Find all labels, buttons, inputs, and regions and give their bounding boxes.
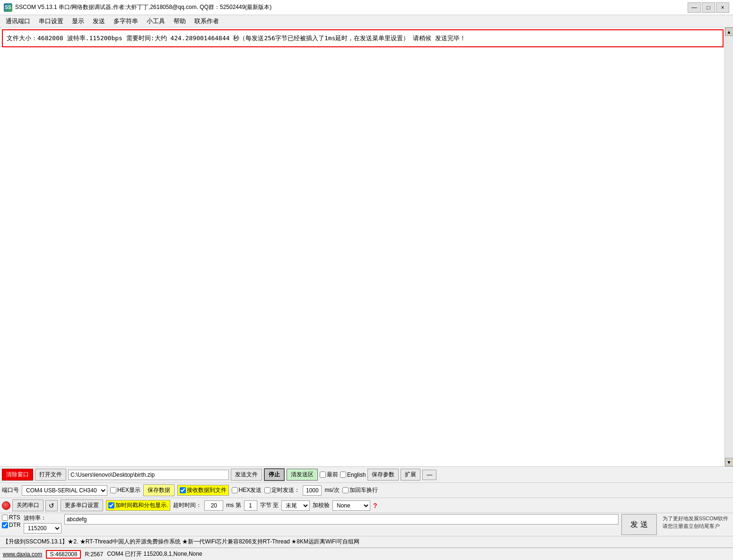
send-input-group xyxy=(64,514,619,525)
output-area: 文件大小：4682008 波特率.115200bps 需要时间:大约 424.2… xyxy=(0,27,733,466)
close-button[interactable]: × xyxy=(716,2,729,13)
scroll-up-button[interactable]: ▲ xyxy=(725,27,733,36)
more-settings-button[interactable]: 更多串口设置 xyxy=(61,499,103,511)
always-on-top-check[interactable] xyxy=(320,472,326,478)
promo-section: 为了更好地发展SSCOM软件 请您注册嘉立创结尾客户 xyxy=(660,514,731,531)
vertical-scrollbar[interactable]: ▲ ▼ xyxy=(724,27,733,466)
checksum-label: 加校验 xyxy=(313,501,330,509)
timing-unit-label: ms/次 xyxy=(324,486,339,494)
menu-display[interactable]: 显示 xyxy=(68,16,88,26)
baud-select[interactable]: 115200 xyxy=(24,523,61,534)
title-bar: SS SSCOM V5.13.1 串口/网络数据调试器,作者:大虾丁丁,2618… xyxy=(0,0,733,15)
always-on-top-checkbox[interactable]: 最前 xyxy=(320,471,338,479)
stop-button[interactable]: 停止 xyxy=(264,468,285,481)
menu-contact[interactable]: 联系作者 xyxy=(191,16,223,26)
byte-unit-label: 字节 至 xyxy=(260,501,279,509)
scroll-track[interactable] xyxy=(725,36,733,458)
toolbar-row-4: RTS DTR 波特率： 115200 发 送 为了更好地发展SSCOM软件 请… xyxy=(0,513,733,536)
recv-to-file-checkbox[interactable]: 接收数据到文件 xyxy=(177,485,229,496)
menu-serial-settings[interactable]: 串口设置 xyxy=(35,16,67,26)
main-content: 文件大小：4682008 波特率.115200bps 需要时间:大约 424.2… xyxy=(0,27,733,560)
refresh-button[interactable]: ↺ xyxy=(45,500,58,511)
menu-send[interactable]: 发送 xyxy=(89,16,109,26)
collapse-button[interactable]: — xyxy=(422,470,436,480)
english-check[interactable] xyxy=(340,472,346,478)
help-question-mark[interactable]: ? xyxy=(373,502,377,509)
promo-line2: 请您注册嘉立创结尾客户 xyxy=(663,523,728,530)
port-indicator xyxy=(2,501,10,510)
rts-check[interactable] xyxy=(2,515,8,521)
app-icon: SS xyxy=(4,3,12,12)
hex-send-checkbox[interactable]: HEX发送 xyxy=(232,486,262,494)
baud-group: 波特率： 115200 xyxy=(24,514,61,534)
open-file-button[interactable]: 打开文件 xyxy=(35,469,66,481)
send-file-button[interactable]: 发送文件 xyxy=(231,469,262,481)
send-text-input[interactable] xyxy=(64,514,619,525)
menu-bar: 通讯端口 串口设置 显示 发送 多字符串 小工具 帮助 联系作者 xyxy=(0,15,733,27)
window-controls: — □ × xyxy=(688,2,729,13)
recv-to-file-check[interactable] xyxy=(180,487,186,493)
port-label: 端口号 xyxy=(2,486,19,494)
checksum-select[interactable]: None xyxy=(332,500,370,511)
port-info: COM4 已打开 115200,8,1,None,None xyxy=(107,550,202,558)
minimize-button[interactable]: — xyxy=(688,2,701,13)
expand-button[interactable]: 扩展 xyxy=(401,469,420,481)
toolbar-row-3: 关闭串口 ↺ 更多串口设置 加时间戳和分包显示. 超时时间： ms 第 字节 至… xyxy=(0,498,733,513)
rts-dtr-group: RTS DTR xyxy=(2,514,21,528)
ticker-text: 【升级到SSCOM5.13.1】★2. ★RT-Thread中国人的开源免费操作… xyxy=(3,538,359,545)
promo-line1: 为了更好地发展SSCOM软件 xyxy=(663,515,728,522)
timeout-label: 超时时间： xyxy=(173,501,201,509)
send-button[interactable]: 发 送 xyxy=(621,514,656,535)
byte-index-input[interactable] xyxy=(244,500,257,511)
ticker-row: 【升级到SSCOM5.13.1】★2. ★RT-Thread中国人的开源免费操作… xyxy=(0,536,733,548)
timed-send-checkbox[interactable]: 定时发送： xyxy=(264,486,300,494)
timeout-value-input[interactable] xyxy=(204,500,223,511)
hex-display-checkbox[interactable]: HEX显示 xyxy=(110,486,140,494)
send-count: S:4682008 xyxy=(46,550,81,559)
baud-label: 波特率： xyxy=(24,514,61,522)
timing-value-input[interactable] xyxy=(303,485,322,496)
toolbar-row-2: 端口号 COM4 USB-SERIAL CH340 HEX显示 保存数据 接收数… xyxy=(0,483,733,498)
timeout-unit-label: ms 第 xyxy=(226,501,241,509)
menu-multistring[interactable]: 多字符串 xyxy=(110,16,142,26)
scroll-down-button[interactable]: ▼ xyxy=(725,458,733,466)
dtr-check[interactable] xyxy=(2,522,8,528)
timestamp-checkbox[interactable]: 加时间戳和分包显示. xyxy=(106,500,170,511)
bottom-panel: 清除窗口 打开文件 发送文件 停止 清发送区 最前 English 保存参数 扩… xyxy=(0,466,733,560)
close-port-button[interactable]: 关闭串口 xyxy=(12,499,44,511)
toolbar-row-1: 清除窗口 打开文件 发送文件 停止 清发送区 最前 English 保存参数 扩… xyxy=(0,467,733,483)
save-data-button[interactable]: 保存数据 xyxy=(143,484,175,496)
recv-count: R:2567 xyxy=(85,551,103,558)
title-bar-left: SS SSCOM V5.13.1 串口/网络数据调试器,作者:大虾丁丁,2618… xyxy=(4,3,271,12)
app-title: SSCOM V5.13.1 串口/网络数据调试器,作者:大虾丁丁,2618058… xyxy=(15,3,271,11)
status-bar: www.daxia.com S:4682008 R:2567 COM4 已打开 … xyxy=(0,548,733,560)
menu-help[interactable]: 帮助 xyxy=(170,16,190,26)
port-status: 关闭串口 ↺ xyxy=(2,499,58,511)
restore-button[interactable]: □ xyxy=(702,2,715,13)
save-param-button[interactable]: 保存参数 xyxy=(367,469,399,481)
timestamp-check[interactable] xyxy=(108,502,114,508)
timed-send-check[interactable] xyxy=(264,487,271,493)
menu-tools[interactable]: 小工具 xyxy=(143,16,169,26)
end-select[interactable]: 末尾 xyxy=(281,500,310,511)
rts-checkbox[interactable]: RTS xyxy=(2,514,21,521)
output-text-box: 文件大小：4682008 波特率.115200bps 需要时间:大约 424.2… xyxy=(2,29,724,47)
port-select[interactable]: COM4 USB-SERIAL CH340 xyxy=(22,485,107,496)
file-path-input[interactable] xyxy=(68,470,229,480)
website-link[interactable]: www.daxia.com xyxy=(3,551,42,558)
english-checkbox[interactable]: English xyxy=(340,472,366,478)
hex-send-check[interactable] xyxy=(232,487,238,493)
hex-display-check[interactable] xyxy=(110,487,116,493)
clear-window-button[interactable]: 清除窗口 xyxy=(2,469,33,481)
menu-commport[interactable]: 通讯端口 xyxy=(2,16,34,26)
clear-send-button[interactable]: 清发送区 xyxy=(287,469,318,481)
add-newline-checkbox[interactable]: 加回车换行 xyxy=(342,486,378,494)
dtr-checkbox[interactable]: DTR xyxy=(2,522,21,528)
add-newline-check[interactable] xyxy=(342,487,349,493)
